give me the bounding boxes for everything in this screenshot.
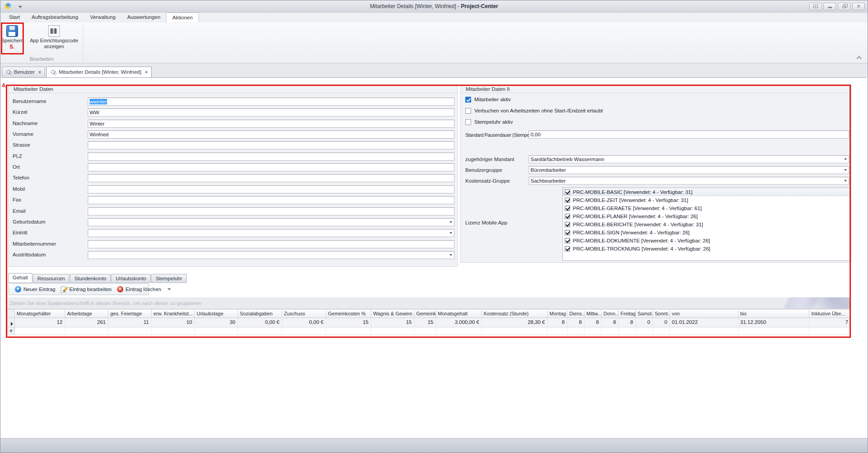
column-header-zuschuss[interactable]: Zuschuss bbox=[282, 309, 326, 318]
cell-inklusive-be[interactable]: 7 bbox=[810, 318, 851, 327]
row-indicator-header[interactable] bbox=[8, 309, 15, 318]
append-cell[interactable] bbox=[636, 327, 653, 335]
tab-stundenkonto[interactable]: Stundenkonto bbox=[70, 274, 111, 283]
append-cell[interactable] bbox=[653, 327, 670, 335]
cell-bis[interactable]: 31.12.2050 bbox=[738, 318, 810, 327]
cell-freitag[interactable]: 8 bbox=[619, 318, 636, 327]
field-input-plz[interactable] bbox=[88, 152, 454, 161]
ribbon-tab-auftragsbearbeitung[interactable]: Auftragsbearbeitung bbox=[26, 13, 84, 22]
field-input-k-rzel[interactable]: WW bbox=[88, 108, 454, 117]
checkbox-checked-icon[interactable] bbox=[565, 222, 570, 227]
license-item[interactable]: PRC-MOBILE-SIGN [Verwendet: 4 - Verfügba… bbox=[563, 229, 850, 237]
append-cell[interactable] bbox=[670, 327, 738, 335]
append-cell[interactable] bbox=[436, 327, 482, 335]
field-input-vorname[interactable]: Winfried bbox=[88, 130, 454, 139]
dropdown-arrow-icon[interactable] bbox=[844, 180, 847, 182]
dropdown-arrow-icon[interactable] bbox=[844, 169, 847, 171]
column-header-sozialabgaben[interactable]: Sozialabgaben bbox=[238, 309, 282, 318]
restore-button[interactable] bbox=[838, 3, 850, 10]
close-tab-icon[interactable]: × bbox=[145, 67, 148, 77]
column-header-gemeinkos[interactable]: Gemeinkos... bbox=[414, 309, 436, 318]
field-input-eintritt[interactable] bbox=[88, 229, 454, 237]
field-input-fax[interactable] bbox=[88, 196, 454, 204]
eintrag-l-schen-button[interactable]: Eintrag löschen bbox=[114, 284, 164, 294]
column-header-arbeitstage[interactable]: Arbeitstage bbox=[65, 309, 108, 318]
dropdown-arrow-icon[interactable] bbox=[450, 221, 452, 223]
append-cell[interactable] bbox=[326, 327, 371, 335]
license-item[interactable]: PRC-MOBILE-BERICHTE [Verwendet: 4 - Verf… bbox=[563, 220, 850, 229]
field-input-strasse[interactable] bbox=[88, 141, 454, 149]
cell-erw-krankheitst[interactable]: 10 bbox=[152, 318, 195, 327]
append-cell[interactable] bbox=[195, 327, 238, 335]
combo-kostensatz-gruppe[interactable]: Sachbearbeiter bbox=[529, 177, 849, 185]
column-header-von[interactable]: von bbox=[670, 309, 738, 318]
dropdown-arrow-icon[interactable] bbox=[844, 158, 847, 160]
checkbox-checked-icon[interactable] bbox=[565, 230, 570, 235]
append-cell[interactable] bbox=[585, 327, 602, 335]
doc-tab-benutzer[interactable]: Benutzer× bbox=[2, 67, 45, 77]
cell-samst[interactable]: 0 bbox=[636, 318, 653, 327]
column-header-kostensatz-stunde[interactable]: Kostensatz (Stunde) bbox=[482, 309, 548, 318]
append-cell[interactable] bbox=[602, 327, 619, 335]
field-input-benutzername[interactable]: wwinter bbox=[88, 98, 454, 106]
field-input-email[interactable] bbox=[88, 207, 454, 215]
license-item[interactable]: PRC-MOBILE-ZEIT [Verwendet: 4 - Verfügba… bbox=[563, 196, 850, 204]
table-row[interactable]: 122611110300,00 €0,00 €1515153.000,00 €2… bbox=[8, 318, 851, 327]
license-item[interactable]: PRC-MOBILE-TROCKNUNG [Verwendet: 4 - Ver… bbox=[563, 245, 850, 253]
ribbon-collapse-icon[interactable] bbox=[857, 55, 861, 59]
table-append-row[interactable]: ✳ bbox=[8, 327, 851, 335]
cell-von[interactable]: 01.01.2022 bbox=[670, 318, 738, 327]
neuer-eintrag-button[interactable]: Neuer Eintrag bbox=[12, 284, 58, 294]
append-cell[interactable] bbox=[619, 327, 636, 335]
append-cell[interactable] bbox=[414, 327, 436, 335]
field-input-mobil[interactable] bbox=[88, 185, 454, 193]
doc-tab-mitarbeiter-details-winter-winfried[interactable]: Mitarbeiter Details [Winter, Winfried]× bbox=[46, 67, 152, 77]
checkbox-row-mitarbeiter-aktiv[interactable]: Mitarbeiter aktiv bbox=[465, 96, 511, 103]
column-header-montag[interactable]: Montag bbox=[548, 309, 567, 318]
cell-gemeinkosten[interactable]: 15 bbox=[326, 318, 371, 327]
append-cell[interactable] bbox=[238, 327, 282, 335]
close-tab-icon[interactable]: × bbox=[38, 67, 41, 77]
append-cell[interactable] bbox=[738, 327, 810, 335]
save-button[interactable]: Speichern 5. bbox=[1, 24, 23, 49]
license-item[interactable]: PRC-MOBILE-PLANER [Verwendet: 4 - Verfüg… bbox=[563, 212, 850, 220]
checkbox-checked-icon[interactable] bbox=[565, 206, 570, 211]
column-header-sonnt[interactable]: Sonnt... bbox=[653, 309, 670, 318]
combo-zugeh-riger-mandant[interactable]: Sanitärfachbetrieb Wassermann bbox=[529, 155, 849, 163]
field-input-nachname[interactable]: Winter bbox=[88, 120, 454, 128]
toolbar-grip[interactable] bbox=[9, 286, 9, 293]
column-header-erw-krankheitst[interactable]: erw. Krankheitst... bbox=[152, 309, 195, 318]
cell-mittw[interactable]: 8 bbox=[585, 318, 602, 327]
field-input-austrittsdatum[interactable] bbox=[88, 251, 454, 259]
field-input-telefon[interactable] bbox=[88, 174, 454, 182]
tab-ressourcen[interactable]: Ressourcen bbox=[33, 274, 69, 283]
column-header-gemeinkosten[interactable]: Gemeinkosten % bbox=[326, 309, 371, 318]
column-header-monatsgeh-lter[interactable]: Monatsgehälter bbox=[15, 309, 65, 318]
fullscreen-button[interactable] bbox=[809, 3, 822, 10]
append-row-indicator[interactable]: ✳ bbox=[8, 327, 15, 335]
ribbon-tab-aktionen[interactable]: Aktionen bbox=[166, 13, 199, 22]
checkbox-stempeluhr-aktiv[interactable] bbox=[465, 119, 471, 125]
column-header-freitag[interactable]: Freitag bbox=[619, 309, 636, 318]
column-header-diens[interactable]: Diens... bbox=[567, 309, 585, 318]
checkbox-mitarbeiter-aktiv[interactable] bbox=[465, 97, 471, 103]
pause-duration-field[interactable]: 0,00 bbox=[529, 130, 849, 139]
group-by-panel[interactable]: Ziehen Sie eine Spaltenüberschrift in di… bbox=[7, 297, 851, 309]
field-input-ort[interactable] bbox=[88, 163, 454, 171]
checkbox-row-verbuchen-von-arbeitszeiten-ohne-start-endzeit-erlaubt[interactable]: Verbuchen von Arbeitszeiten ohne Start-/… bbox=[465, 107, 603, 114]
cell-arbeitstage[interactable]: 261 bbox=[65, 318, 108, 327]
column-header-bis[interactable]: bis bbox=[738, 309, 810, 318]
checkbox-verbuchen-von-arbeitszeiten-ohne-start-endzeit-erlaubt[interactable] bbox=[465, 108, 471, 114]
cell-kostensatz-stunde[interactable]: 28,30 € bbox=[482, 318, 548, 327]
append-cell[interactable] bbox=[371, 327, 414, 335]
column-header-ges-feiertage[interactable]: ges. Feiertage bbox=[108, 309, 152, 318]
append-cell[interactable] bbox=[108, 327, 152, 335]
append-cell[interactable] bbox=[567, 327, 585, 335]
eintrag-bearbeiten-button[interactable]: Eintrag bearbeiten bbox=[58, 284, 114, 294]
checkbox-checked-icon[interactable] bbox=[565, 197, 570, 203]
column-header-samst[interactable]: Samst... bbox=[636, 309, 653, 318]
cell-monatsgehalt[interactable]: 3.000,00 € bbox=[436, 318, 482, 327]
checkbox-checked-icon[interactable] bbox=[565, 246, 570, 251]
minimize-button[interactable] bbox=[823, 3, 836, 10]
cell-urlaubstage[interactable]: 30 bbox=[195, 318, 238, 327]
